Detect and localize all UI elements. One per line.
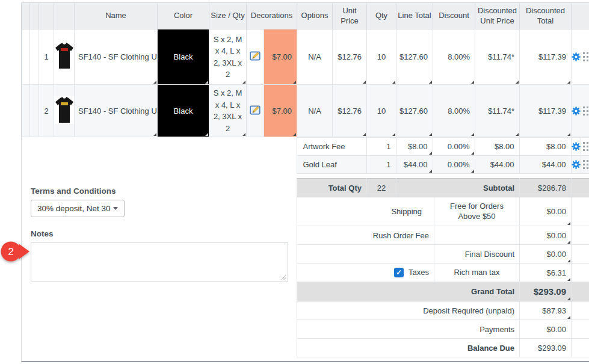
fee-actions-cell — [571, 138, 589, 156]
tshirt-image — [55, 96, 74, 124]
discounted-total-cell[interactable]: $117.39 — [520, 29, 572, 85]
discounted-unit-price-cell[interactable]: $11.74* — [475, 85, 520, 137]
size-qty-cell[interactable]: S x 2, M x 4, L x 2, 3XL x 2 — [209, 29, 247, 85]
drag-dots-icon — [583, 52, 588, 61]
taxes-row: ✓Taxes Rich man tax $6.31 — [297, 264, 589, 282]
fee-discount-cell[interactable]: 0.00% — [433, 156, 475, 174]
deposit-value[interactable]: $87.93 — [520, 301, 572, 320]
decoration-cell[interactable] — [247, 29, 264, 85]
balance-due-value: $293.09 — [520, 339, 572, 357]
subtotal-value: $286.78 — [520, 179, 572, 197]
grand-total-value[interactable]: $293.09 — [520, 282, 572, 301]
name-cell[interactable]: SF140 - SF Clothing U — [75, 29, 158, 85]
fee-qty-cell[interactable]: 1 — [366, 138, 396, 156]
fee-name-cell[interactable]: Artwork Fee — [297, 138, 366, 156]
spacer-cell — [572, 226, 589, 245]
row-settings-gear-button[interactable] — [572, 52, 581, 61]
product-image-cell — [54, 29, 75, 85]
terms-and-conditions-label: Terms and Conditions — [31, 187, 116, 196]
fee-drag-handle[interactable] — [581, 156, 589, 173]
row-actions-cell — [572, 29, 589, 85]
deposit-row: Deposit Required (unpaid) $87.93 — [297, 301, 589, 320]
resize-grip-icon[interactable] — [280, 274, 286, 280]
tshirt-image — [55, 42, 74, 70]
color-cell[interactable]: Black — [158, 29, 209, 85]
select-cell[interactable] — [30, 85, 39, 137]
shipping-row: Shipping Free for Orders Above $50 $0.00 — [297, 197, 589, 226]
header-discounted-total: Discounted Total — [520, 3, 572, 29]
name-cell[interactable]: SF140 - SF Clothing U — [75, 85, 158, 137]
fee-name-cell[interactable]: Gold Leaf — [297, 156, 366, 174]
terms-notes-panel: Terms and Conditions 30% deposit, Net 30… — [22, 137, 296, 361]
qty-cell[interactable]: 10 — [367, 85, 396, 137]
select-cell[interactable] — [30, 29, 39, 85]
taxes-cell: ✓Taxes — [297, 264, 434, 282]
rush-order-row: Rush Order Fee $0.00 — [297, 226, 589, 245]
fee-settings-gear-button[interactable] — [572, 138, 581, 155]
fee-qty-cell[interactable]: 1 — [366, 156, 396, 174]
taxes-label: Taxes — [409, 268, 429, 277]
fee-unit-price-cell[interactable]: $8.00 — [396, 138, 433, 156]
fee-discounted-unit-price-cell: $8.00 — [475, 138, 519, 156]
line-total-cell[interactable]: $127.60 — [396, 29, 433, 85]
notes-input[interactable] — [31, 242, 288, 282]
product-image-cell — [54, 85, 75, 137]
discount-cell[interactable]: 8.00% — [433, 85, 475, 137]
discounted-total-cell[interactable]: $117.39 — [520, 85, 572, 137]
payments-value: $0.00 — [520, 320, 572, 339]
unit-price-cell[interactable]: $12.76 — [333, 29, 367, 85]
deposit-label: Deposit Required (unpaid) — [297, 301, 520, 320]
spacer-cell — [572, 301, 589, 320]
decoration-price-cell[interactable]: $7.00 — [264, 85, 297, 137]
discount-cell[interactable]: 8.00% — [433, 29, 475, 85]
fee-unit-price-cell[interactable]: $44.00 — [396, 156, 433, 174]
terms-dropdown-value: 30% deposit, Net 30 — [37, 204, 111, 213]
select-cell[interactable] — [22, 85, 30, 137]
fee-discounted-total-cell: $44.00 — [519, 156, 571, 174]
grand-total-label: Grand Total — [297, 282, 520, 301]
header-image — [54, 3, 75, 29]
qty-cell[interactable]: 10 — [367, 29, 396, 85]
header-spacer — [22, 3, 30, 29]
fee-settings-gear-button[interactable] — [572, 156, 581, 173]
row-drag-handle[interactable] — [581, 106, 589, 116]
select-cell[interactable] — [22, 29, 30, 85]
fee-actions-cell — [571, 156, 589, 174]
decoration-cell[interactable] — [247, 85, 264, 137]
product-image — [54, 42, 74, 70]
row-settings-gear-button[interactable] — [572, 106, 581, 116]
product-row: 1 SF140 - SF Clothing U Black S x 2, M x… — [22, 29, 589, 85]
header-actions — [572, 3, 589, 29]
fee-drag-handle[interactable] — [581, 138, 589, 155]
drag-dots-icon — [583, 142, 588, 151]
header-options: Options — [297, 3, 333, 29]
annotation-badge-number: 2 — [8, 246, 13, 258]
decoration-price-cell[interactable]: $7.00 — [264, 29, 297, 85]
fee-discount-cell[interactable]: 0.00% — [433, 138, 475, 156]
discounted-unit-price-cell[interactable]: $11.74* — [475, 29, 520, 85]
row-drag-handle[interactable] — [581, 52, 589, 61]
options-cell: N/A — [297, 85, 333, 137]
terms-dropdown[interactable]: 30% deposit, Net 30 — [31, 200, 125, 217]
header-qty: Qty — [367, 3, 396, 29]
final-discount-value[interactable]: $0.00 — [520, 245, 572, 264]
total-qty-row: Total Qty 22 Subtotal $286.78 — [297, 179, 589, 197]
final-discount-row: Final Discount $0.00 — [297, 245, 589, 264]
shipping-value[interactable]: $0.00 — [520, 197, 572, 226]
rush-order-value[interactable]: $0.00 — [520, 226, 572, 245]
product-image — [54, 96, 74, 124]
line-total-cell[interactable]: $127.60 — [396, 85, 433, 137]
header-size-qty: Size / Qty — [209, 3, 247, 29]
header-line-total: Line Total — [396, 3, 433, 29]
color-cell[interactable]: Black — [158, 85, 209, 137]
annotation-badge-2: 2 — [1, 239, 31, 264]
unit-price-cell[interactable]: $12.76 — [333, 85, 367, 137]
taxes-checkbox[interactable]: ✓ — [394, 268, 404, 277]
total-qty-value: 22 — [367, 179, 396, 197]
payments-label: Payments — [297, 320, 520, 339]
header-decorations: Decorations — [247, 3, 297, 29]
spacer-cell — [572, 197, 589, 226]
notes-label: Notes — [31, 229, 54, 238]
size-qty-cell[interactable]: S x 2, M x 4, L x 2, 3XL x 2 — [209, 85, 247, 137]
taxes-value[interactable]: $6.31 — [520, 264, 572, 282]
